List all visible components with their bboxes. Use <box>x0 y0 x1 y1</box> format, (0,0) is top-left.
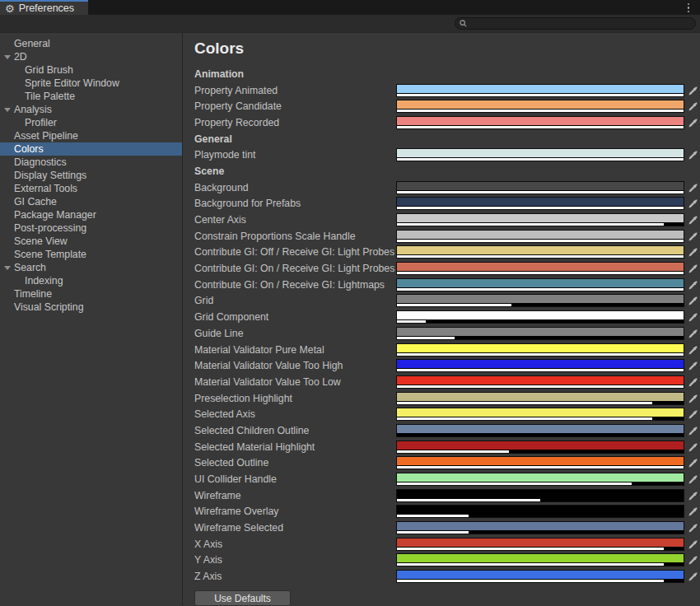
eyedropper-icon[interactable] <box>686 505 699 518</box>
sidebar-item-timeline[interactable]: Timeline <box>0 287 182 301</box>
sidebar-item-label: Display Settings <box>14 170 86 181</box>
color-swatch[interactable] <box>396 148 684 161</box>
eyedropper-icon[interactable] <box>686 343 699 357</box>
kebab-menu-icon[interactable] <box>684 2 693 14</box>
eyedropper-icon[interactable] <box>686 116 699 129</box>
color-swatch-fill <box>397 393 684 402</box>
color-swatch[interactable] <box>396 456 684 469</box>
eyedropper-icon[interactable] <box>686 392 699 405</box>
eyedropper-icon[interactable] <box>686 473 699 486</box>
color-row-label: Center Axis <box>194 214 396 226</box>
sidebar-item-external-tools[interactable]: External Tools <box>0 182 182 195</box>
color-swatch[interactable] <box>396 424 684 437</box>
color-swatch-fill <box>397 117 684 126</box>
color-swatch[interactable] <box>396 441 684 454</box>
sidebar-item-gi-cache[interactable]: GI Cache <box>0 195 182 208</box>
sidebar-item-asset-pipeline[interactable]: Asset Pipeline <box>0 129 182 142</box>
sidebar-item-label: Asset Pipeline <box>14 130 78 142</box>
sidebar-item-tile-palette[interactable]: Tile Palette <box>0 90 182 103</box>
sidebar-item-indexing[interactable]: Indexing <box>0 274 182 287</box>
color-swatch[interactable] <box>396 245 684 259</box>
sidebar-item-2d[interactable]: 2D <box>0 50 182 63</box>
color-row-contribute-gi-on-receive-gi-lightmaps: Contribute GI: On / Receive GI: Lightmap… <box>194 277 700 293</box>
eyedropper-icon[interactable] <box>686 408 699 421</box>
sidebar-item-diagnostics[interactable]: Diagnostics <box>0 156 182 169</box>
color-swatch[interactable] <box>396 343 684 357</box>
color-swatch[interactable] <box>396 84 684 97</box>
color-swatch[interactable] <box>396 570 684 583</box>
color-swatch[interactable] <box>396 553 684 566</box>
color-row-label: Material Validator Value Too High <box>194 360 396 371</box>
color-swatch[interactable] <box>396 294 684 307</box>
eyedropper-icon[interactable] <box>686 213 699 226</box>
eyedropper-icon[interactable] <box>686 521 699 534</box>
color-swatch[interactable] <box>396 230 684 243</box>
eyedropper-icon[interactable] <box>686 294 699 307</box>
eyedropper-icon[interactable] <box>686 424 699 437</box>
eyedropper-icon[interactable] <box>686 100 699 113</box>
eyedropper-icon[interactable] <box>686 262 699 275</box>
alpha-fill <box>397 369 684 371</box>
eyedropper-icon[interactable] <box>686 538 699 551</box>
color-swatch[interactable] <box>396 408 684 421</box>
color-swatch[interactable] <box>396 100 684 113</box>
sidebar-item-colors[interactable]: Colors <box>0 142 182 156</box>
color-row-label: Selected Material Highlight <box>194 441 396 453</box>
color-swatch[interactable] <box>396 359 684 372</box>
color-swatch-fill <box>397 295 684 304</box>
color-swatch[interactable] <box>396 521 684 534</box>
search-input[interactable] <box>467 19 695 29</box>
eyedropper-icon[interactable] <box>686 489 699 502</box>
search-box[interactable] <box>455 17 696 30</box>
color-swatch[interactable] <box>396 375 684 389</box>
sidebar-item-package-manager[interactable]: Package Manager <box>0 208 182 221</box>
eyedropper-icon[interactable] <box>686 310 699 324</box>
sidebar-item-visual-scripting[interactable]: Visual Scripting <box>0 301 182 314</box>
sidebar-item-scene-view[interactable]: Scene View <box>0 235 182 248</box>
eyedropper-icon[interactable] <box>686 375 699 389</box>
color-swatch[interactable] <box>396 310 684 324</box>
eyedropper-icon[interactable] <box>686 197 699 210</box>
eyedropper-icon[interactable] <box>686 230 699 243</box>
sidebar-item-general[interactable]: General <box>0 37 182 50</box>
eyedropper-icon[interactable] <box>686 553 699 566</box>
section-header-label: General <box>194 133 232 145</box>
eyedropper-icon[interactable] <box>686 84 699 97</box>
eyedropper-icon[interactable] <box>686 570 699 583</box>
foldout-triangle-icon[interactable] <box>4 108 11 112</box>
sidebar-item-scene-template[interactable]: Scene Template <box>0 248 182 261</box>
use-defaults-button[interactable]: Use Defaults <box>194 590 291 606</box>
color-swatch[interactable] <box>396 489 684 502</box>
eyedropper-icon[interactable] <box>686 181 699 194</box>
color-swatch[interactable] <box>396 538 684 551</box>
sidebar-item-label: Scene Template <box>14 249 86 260</box>
eyedropper-icon[interactable] <box>686 359 699 372</box>
tab-preferences[interactable]: ⚙ Preferences <box>0 0 88 15</box>
eyedropper-icon[interactable] <box>686 456 699 469</box>
alpha-bar <box>397 110 684 112</box>
eyedropper-icon[interactable] <box>686 278 699 291</box>
sidebar-item-grid-brush[interactable]: Grid Brush <box>0 63 182 77</box>
eyedropper-icon[interactable] <box>686 327 699 340</box>
foldout-triangle-icon[interactable] <box>4 266 11 270</box>
eyedropper-icon[interactable] <box>686 441 699 454</box>
color-swatch[interactable] <box>396 213 684 226</box>
eyedropper-icon[interactable] <box>686 148 699 161</box>
foldout-triangle-icon[interactable] <box>4 55 11 59</box>
color-swatch[interactable] <box>396 116 684 129</box>
sidebar-item-post-processing[interactable]: Post-processing <box>0 221 182 235</box>
color-swatch[interactable] <box>396 181 684 194</box>
color-swatch[interactable] <box>396 327 684 340</box>
color-swatch[interactable] <box>396 473 684 486</box>
color-swatch[interactable] <box>396 278 684 291</box>
color-swatch[interactable] <box>396 262 684 275</box>
eyedropper-icon[interactable] <box>686 245 699 259</box>
sidebar-item-display-settings[interactable]: Display Settings <box>0 169 182 182</box>
sidebar-item-analysis[interactable]: Analysis <box>0 103 182 116</box>
color-swatch[interactable] <box>396 197 684 210</box>
sidebar-item-profiler[interactable]: Profiler <box>0 116 182 129</box>
sidebar-item-sprite-editor-window[interactable]: Sprite Editor Window <box>0 77 182 90</box>
color-swatch[interactable] <box>396 392 684 405</box>
sidebar-item-search[interactable]: Search <box>0 261 182 274</box>
color-swatch[interactable] <box>396 505 684 518</box>
